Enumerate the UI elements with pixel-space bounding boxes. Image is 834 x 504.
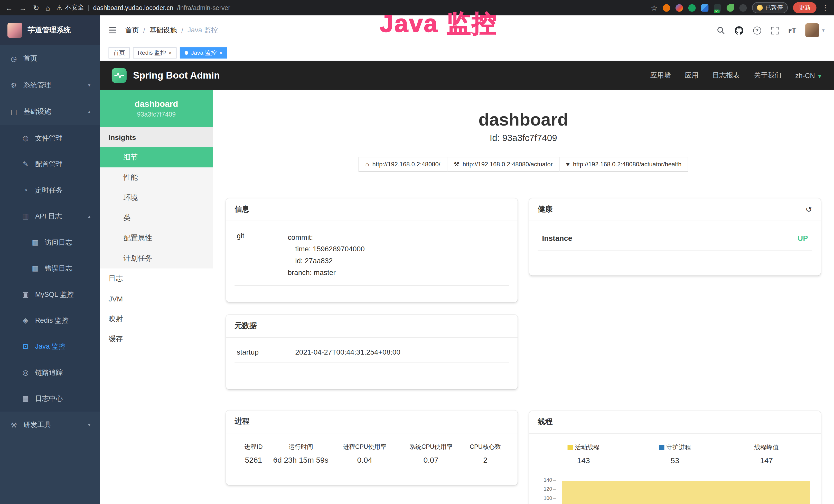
warning-icon: ⚠ bbox=[57, 4, 62, 12]
app-logo[interactable]: 芋道管理系统 bbox=[0, 16, 100, 45]
sba-body: dashboard 93a3fc7f7409 Insights 细节 性能 环境… bbox=[100, 90, 834, 504]
menu-item-caches[interactable]: 缓存 bbox=[100, 329, 213, 349]
search-icon[interactable] bbox=[716, 26, 725, 35]
tab-home[interactable]: 首页 bbox=[108, 47, 130, 58]
extension-icon[interactable] bbox=[739, 4, 747, 12]
menu-item-mappings[interactable]: 映射 bbox=[100, 309, 213, 329]
menu-item-logs[interactable]: 日志 bbox=[100, 269, 213, 289]
health-url-button[interactable]: ♥ http://192.168.0.2:48080/actuator/heal… bbox=[560, 157, 688, 172]
sba-content: dashboard Id: 93a3fc7f7409 ⌂ http://192.… bbox=[213, 90, 834, 504]
sidebar-item-devtools[interactable]: ⚒ 研发工具 ▾ bbox=[0, 412, 100, 438]
menu-item-config-props[interactable]: 配置属性 bbox=[100, 228, 213, 248]
breadcrumb-item[interactable]: 基础设施 bbox=[150, 25, 177, 35]
column-header: 系统CPU使用率 bbox=[400, 443, 462, 451]
nav-journal[interactable]: 日志报表 bbox=[712, 71, 740, 80]
sba-navbar: Spring Boot Admin 应用墙 应用 日志报表 关于我们 zh-CN… bbox=[100, 61, 834, 90]
security-warning[interactable]: ⚠不安全 bbox=[57, 3, 84, 12]
breadcrumb-item[interactable]: 首页 bbox=[125, 25, 139, 35]
extension-icon[interactable] bbox=[701, 4, 708, 12]
collapse-sidebar-icon[interactable]: ☰ bbox=[108, 25, 117, 36]
browser-menu-icon[interactable]: ⋮ bbox=[822, 4, 829, 12]
nav-about[interactable]: 关于我们 bbox=[754, 71, 782, 80]
sidebar-item-java-monitor[interactable]: ⊡ Java 监控 bbox=[0, 333, 100, 359]
close-icon[interactable]: × bbox=[169, 50, 172, 56]
cell-value: 6d 23h 15m 59s bbox=[272, 456, 329, 464]
menu-item-jvm[interactable]: JVM bbox=[100, 289, 213, 309]
tab-redis-monitor[interactable]: Redis 监控 × bbox=[133, 47, 177, 58]
left-column: 信息 git commit: time: 1596289704000 id: 2… bbox=[226, 198, 518, 504]
chevron-up-icon: ▴ bbox=[88, 109, 90, 115]
extension-icon[interactable] bbox=[688, 4, 696, 12]
chevron-up-icon: ▴ bbox=[88, 213, 90, 219]
breadcrumb-item-current: Java 监控 bbox=[188, 25, 218, 35]
sidebar-item-home[interactable]: ◷ 首页 bbox=[0, 45, 100, 72]
menu-item-details[interactable]: 细节 bbox=[100, 147, 213, 168]
menu-item-environment[interactable]: 环境 bbox=[100, 188, 213, 208]
avatar[interactable]: ▼ bbox=[805, 23, 826, 37]
forward-icon[interactable]: → bbox=[19, 3, 27, 12]
home-icon[interactable]: ⌂ bbox=[46, 3, 50, 12]
column-header: 进程ID bbox=[235, 443, 272, 451]
back-icon[interactable]: ← bbox=[5, 3, 13, 12]
sba-brand[interactable]: Spring Boot Admin bbox=[112, 68, 220, 83]
sidebar-item-scheduled-jobs[interactable]: ◔ 定时任务 bbox=[0, 177, 100, 203]
caret-down-icon: ▼ bbox=[817, 73, 822, 79]
metadata-card: 元数据 startup 2021-04-27T00:44:31.254+08:0… bbox=[226, 315, 518, 389]
sidebar-item-redis-monitor[interactable]: ◈ Redis 监控 bbox=[0, 307, 100, 333]
menu-item-scheduled-tasks[interactable]: 计划任务 bbox=[100, 248, 213, 269]
sidebar-item-mysql-monitor[interactable]: ▣ MySQL 监控 bbox=[0, 281, 100, 307]
info-card: 信息 git commit: time: 1596289704000 id: 2… bbox=[226, 198, 518, 302]
cell-value: 5261 bbox=[235, 456, 272, 464]
app-brand: 芋道管理系统 bbox=[28, 25, 71, 35]
service-url-button[interactable]: ⌂ http://192.168.0.2:48080/ bbox=[358, 157, 447, 172]
sidebar-item-log-center[interactable]: ▤ 日志中心 bbox=[0, 385, 100, 411]
divider: | bbox=[88, 4, 89, 12]
extension-icon[interactable]: on bbox=[714, 4, 721, 12]
health-card: 健康 ↺ Instance UP bbox=[529, 198, 821, 275]
actuator-url-button[interactable]: ⚒ http://192.168.0.2:48080/actuator bbox=[447, 157, 559, 172]
tools-icon: ⚒ bbox=[9, 421, 18, 429]
menu-item-classes[interactable]: 类 bbox=[100, 208, 213, 228]
emoji-icon bbox=[757, 5, 763, 11]
reload-icon[interactable]: ↻ bbox=[33, 3, 39, 12]
sidebar-item-access-logs[interactable]: ▥ 访问日志 bbox=[0, 229, 100, 255]
nav-applications[interactable]: 应用 bbox=[685, 71, 699, 80]
instance-header[interactable]: dashboard 93a3fc7f7409 bbox=[100, 90, 213, 127]
y-axis-tick: 140 bbox=[538, 478, 556, 483]
metadata-key: startup bbox=[237, 348, 295, 356]
help-icon[interactable]: ? bbox=[753, 26, 761, 35]
sidebar-item-api-logs[interactable]: ▥ API 日志 ▴ bbox=[0, 203, 100, 229]
sidebar-item-error-logs[interactable]: ▥ 错误日志 bbox=[0, 255, 100, 281]
close-icon[interactable]: × bbox=[219, 50, 222, 56]
sba-sidebar: dashboard 93a3fc7f7409 Insights 细节 性能 环境… bbox=[100, 90, 213, 504]
nav-wallboard[interactable]: 应用墙 bbox=[650, 71, 671, 80]
paused-badge[interactable]: 已暂停 bbox=[752, 2, 788, 13]
card-title: 进程 bbox=[226, 411, 518, 433]
tab-java-monitor[interactable]: Java 监控 × bbox=[180, 47, 227, 58]
threads-chart-area bbox=[562, 481, 810, 504]
sidebar-item-trace[interactable]: ◎ 链路追踪 bbox=[0, 360, 100, 385]
right-column: 健康 ↺ Instance UP bbox=[529, 198, 821, 504]
locale-selector[interactable]: zh-CN▼ bbox=[795, 72, 822, 79]
home-icon: ⌂ bbox=[365, 160, 369, 168]
github-icon[interactable] bbox=[734, 26, 743, 35]
address-bar[interactable]: ⚠不安全 | dashboard.yudao.iocoder.cn/infra/… bbox=[57, 3, 644, 12]
process-table: 进程ID 运行时间 进程CPU使用率 系统CPU使用率 CPU核心数 5261 … bbox=[235, 441, 509, 464]
annotation-text: Java 监控 bbox=[380, 7, 498, 40]
sidebar-item-infrastructure[interactable]: ▤ 基础设施 ▴ bbox=[0, 98, 100, 125]
sidebar-item-file-management[interactable]: ◍ 文件管理 bbox=[0, 125, 100, 151]
sidebar-item-config-management[interactable]: ✎ 配置管理 bbox=[0, 151, 100, 177]
extension-icon[interactable] bbox=[676, 4, 683, 12]
menu-item-performance[interactable]: 性能 bbox=[100, 167, 213, 188]
cell-value: 2 bbox=[462, 456, 509, 464]
history-icon[interactable]: ↺ bbox=[806, 205, 812, 214]
font-size-icon[interactable]: ꜰT bbox=[788, 26, 796, 35]
info-key: git bbox=[237, 232, 288, 279]
admin-sidebar: 芋道管理系统 ◷ 首页 ⚙ 系统管理 ▾ ▤ 基础设施 ▴ ◍ 文件管理 bbox=[0, 16, 100, 504]
extension-icon[interactable] bbox=[663, 4, 670, 12]
bookmark-star-icon[interactable]: ☆ bbox=[651, 3, 657, 12]
sidebar-item-system[interactable]: ⚙ 系统管理 ▾ bbox=[0, 72, 100, 98]
update-button[interactable]: 更新 bbox=[793, 2, 816, 13]
fullscreen-icon[interactable] bbox=[771, 26, 778, 35]
extension-icon[interactable] bbox=[727, 4, 734, 12]
